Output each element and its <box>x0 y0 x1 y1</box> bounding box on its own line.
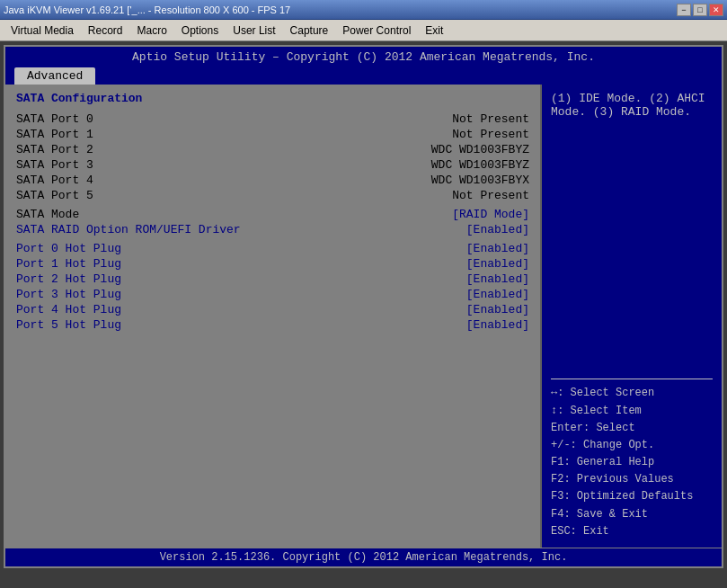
hotplug-row[interactable]: Port 0 Hot Plug [Enabled] <box>16 242 529 255</box>
key-help-item: ↕: Select Item <box>551 403 713 420</box>
hotplug1-label: Port 1 Hot Plug <box>16 257 121 271</box>
bios-header: Aptio Setup Utility – Copyright (C) 2012… <box>5 47 722 66</box>
port5-label: SATA Port 5 <box>16 189 93 202</box>
table-row: SATA Port 0 Not Present <box>16 112 529 126</box>
section-title: SATA Configuration <box>16 92 529 105</box>
hotplug-row[interactable]: Port 2 Hot Plug [Enabled] <box>16 272 529 286</box>
hotplug0-value: [Enabled] <box>466 242 529 255</box>
key-help-item: +/-: Change Opt. <box>551 437 713 454</box>
key-help-item: F1: General Help <box>551 454 713 471</box>
maximize-button[interactable]: □ <box>693 4 707 16</box>
key-help-item: ESC: Exit <box>551 523 713 540</box>
bios-frame: Aptio Setup Utility – Copyright (C) 2012… <box>4 45 723 568</box>
menu-item-record[interactable]: Record <box>81 21 130 40</box>
hotplug2-label: Port 2 Hot Plug <box>16 272 121 286</box>
hotplug0-label: Port 0 Hot Plug <box>16 242 121 255</box>
port5-value: Not Present <box>452 189 529 202</box>
tab-advanced[interactable]: Advanced <box>14 67 95 85</box>
key-help-item: F4: Save & Exit <box>551 506 713 523</box>
sata-mode-label: SATA Mode <box>16 208 79 221</box>
help-text: (1) IDE Mode. (2) AHCI Mode. (3) RAID Mo… <box>551 92 713 119</box>
hotplug-row[interactable]: Port 3 Hot Plug [Enabled] <box>16 288 529 301</box>
menu-bar: Virtual MediaRecordMacroOptionsUser List… <box>0 20 727 41</box>
raid-rom-row[interactable]: SATA RAID Option ROM/UEFI Driver [Enable… <box>16 223 529 236</box>
hotplug-row[interactable]: Port 4 Hot Plug [Enabled] <box>16 303 529 316</box>
close-button[interactable]: ✕ <box>709 4 723 16</box>
hotplug3-label: Port 3 Hot Plug <box>16 288 121 301</box>
menu-item-capture[interactable]: Capture <box>283 21 336 40</box>
hotplug5-value: [Enabled] <box>466 318 529 332</box>
hotplug4-value: [Enabled] <box>466 303 529 316</box>
sata-mode-value: [RAID Mode] <box>452 208 529 221</box>
port1-value: Not Present <box>452 128 529 141</box>
key-help-item: F2: Previous Values <box>551 471 713 488</box>
tab-bar: Advanced <box>5 66 722 85</box>
table-row: SATA Port 2 WDC WD1003FBYZ <box>16 143 529 156</box>
raid-rom-label: SATA RAID Option ROM/UEFI Driver <box>16 223 241 236</box>
hotplug4-label: Port 4 Hot Plug <box>16 303 121 316</box>
left-panel: SATA Configuration SATA Port 0 Not Prese… <box>5 85 542 548</box>
port2-value: WDC WD1003FBYZ <box>431 143 529 156</box>
menu-item-macro[interactable]: Macro <box>130 21 174 40</box>
menu-item-options[interactable]: Options <box>174 21 226 40</box>
window-controls: − □ ✕ <box>677 4 723 16</box>
port3-label: SATA Port 3 <box>16 158 93 172</box>
bios-content: SATA Configuration SATA Port 0 Not Prese… <box>5 85 722 548</box>
key-help-item: Enter: Select <box>551 420 713 437</box>
menu-item-power-control[interactable]: Power Control <box>335 21 418 40</box>
port4-value: WDC WD1003FBYX <box>431 174 529 187</box>
table-row: SATA Port 4 WDC WD1003FBYX <box>16 174 529 187</box>
table-row: SATA Port 1 Not Present <box>16 128 529 141</box>
port3-value: WDC WD1003FBYZ <box>431 158 529 172</box>
title-text: Java iKVM Viewer v1.69.21 ['_... - Resol… <box>4 4 290 15</box>
port0-label: SATA Port 0 <box>16 112 93 126</box>
bios-footer: Version 2.15.1236. Copyright (C) 2012 Am… <box>5 548 722 566</box>
divider <box>551 379 713 379</box>
menu-item-exit[interactable]: Exit <box>418 21 450 40</box>
hotplug-row[interactable]: Port 5 Hot Plug [Enabled] <box>16 318 529 332</box>
right-panel: (1) IDE Mode. (2) AHCI Mode. (3) RAID Mo… <box>542 85 722 548</box>
key-help: ↔: Select Screen↕: Select ItemEnter: Sel… <box>551 385 713 540</box>
key-help-item: ↔: Select Screen <box>551 385 713 402</box>
hotplug5-label: Port 5 Hot Plug <box>16 318 121 332</box>
menu-item-virtual-media[interactable]: Virtual Media <box>4 21 81 40</box>
minimize-button[interactable]: − <box>677 4 691 16</box>
table-row: SATA Port 3 WDC WD1003FBYZ <box>16 158 529 172</box>
port2-label: SATA Port 2 <box>16 143 93 156</box>
raid-rom-value: [Enabled] <box>466 223 529 236</box>
menu-item-user-list[interactable]: User List <box>226 21 282 40</box>
hotplug2-value: [Enabled] <box>466 272 529 286</box>
table-row: SATA Port 5 Not Present <box>16 189 529 202</box>
hotplug-row[interactable]: Port 1 Hot Plug [Enabled] <box>16 257 529 271</box>
hotplug3-value: [Enabled] <box>466 288 529 301</box>
key-help-item: F3: Optimized Defaults <box>551 488 713 505</box>
port0-value: Not Present <box>452 112 529 126</box>
title-bar: Java iKVM Viewer v1.69.21 ['_... - Resol… <box>0 0 727 20</box>
sata-mode-row[interactable]: SATA Mode [RAID Mode] <box>16 208 529 221</box>
port1-label: SATA Port 1 <box>16 128 93 141</box>
hotplug1-value: [Enabled] <box>466 257 529 271</box>
port4-label: SATA Port 4 <box>16 174 93 187</box>
